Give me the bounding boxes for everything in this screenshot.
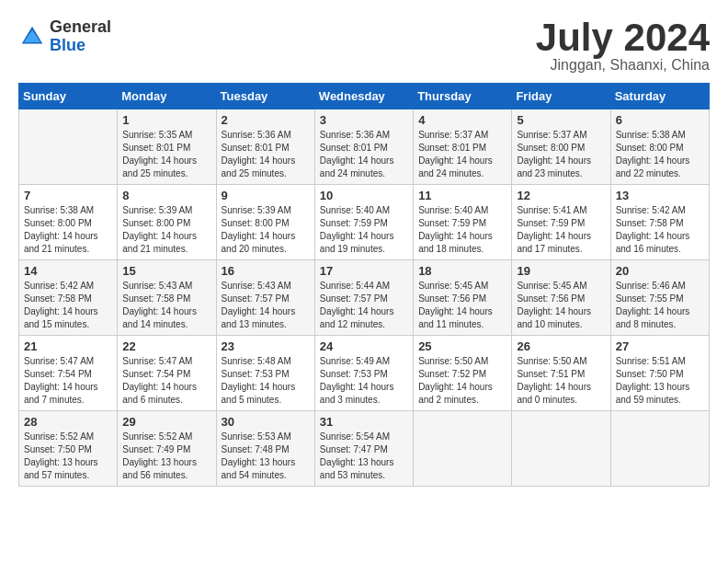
table-row: 20Sunrise: 5:46 AM Sunset: 7:55 PM Dayli… [610,260,709,336]
day-number: 4 [418,113,506,127]
day-info: Sunrise: 5:45 AM Sunset: 7:56 PM Dayligh… [517,280,605,331]
day-info: Sunrise: 5:36 AM Sunset: 8:01 PM Dayligh… [320,129,408,180]
day-info: Sunrise: 5:42 AM Sunset: 7:58 PM Dayligh… [24,280,112,331]
table-row: 10Sunrise: 5:40 AM Sunset: 7:59 PM Dayli… [314,185,413,260]
day-number: 6 [616,113,704,127]
month-title: July 2024 [536,18,710,57]
location: Jinggan, Shaanxi, China [536,57,710,74]
day-info: Sunrise: 5:38 AM Sunset: 8:00 PM Dayligh… [24,204,112,256]
day-header: Thursday [414,84,512,109]
day-number: 3 [320,113,408,127]
day-info: Sunrise: 5:36 AM Sunset: 8:01 PM Dayligh… [222,129,310,180]
day-number: 30 [222,415,310,429]
logo-blue: Blue [50,37,111,55]
table-row: 6Sunrise: 5:38 AM Sunset: 8:00 PM Daylig… [610,109,709,185]
day-info: Sunrise: 5:40 AM Sunset: 7:59 PM Dayligh… [418,204,506,256]
table-row: 24Sunrise: 5:49 AM Sunset: 7:53 PM Dayli… [314,336,413,411]
table-row: 22Sunrise: 5:47 AM Sunset: 7:54 PM Dayli… [118,336,216,411]
day-header: Sunday [19,84,118,109]
day-header: Saturday [610,84,709,109]
table-row: 21Sunrise: 5:47 AM Sunset: 7:54 PM Dayli… [19,336,118,411]
day-number: 29 [122,415,210,429]
day-number: 8 [122,189,210,202]
table-row: 4Sunrise: 5:37 AM Sunset: 8:01 PM Daylig… [414,109,512,185]
day-header: Friday [512,84,610,109]
day-info: Sunrise: 5:40 AM Sunset: 7:59 PM Dayligh… [320,204,408,256]
day-number: 12 [517,189,605,202]
day-number: 28 [24,415,112,429]
table-row: 7Sunrise: 5:38 AM Sunset: 8:00 PM Daylig… [19,185,118,260]
page-header: General Blue July 2024 Jinggan, Shaanxi,… [18,18,710,74]
table-row: 28Sunrise: 5:52 AM Sunset: 7:50 PM Dayli… [19,411,118,487]
day-info: Sunrise: 5:35 AM Sunset: 8:01 PM Dayligh… [122,129,210,180]
day-info: Sunrise: 5:39 AM Sunset: 8:00 PM Dayligh… [122,204,210,256]
day-info: Sunrise: 5:54 AM Sunset: 7:47 PM Dayligh… [320,431,408,482]
day-number: 10 [320,189,408,202]
day-info: Sunrise: 5:52 AM Sunset: 7:50 PM Dayligh… [24,431,112,482]
day-info: Sunrise: 5:50 AM Sunset: 7:52 PM Dayligh… [418,355,506,407]
title-section: July 2024 Jinggan, Shaanxi, China [536,18,710,74]
logo: General Blue [18,18,111,55]
day-info: Sunrise: 5:43 AM Sunset: 7:58 PM Dayligh… [122,280,210,331]
table-row: 23Sunrise: 5:48 AM Sunset: 7:53 PM Dayli… [216,336,314,411]
week-row: 14Sunrise: 5:42 AM Sunset: 7:58 PM Dayli… [19,260,710,336]
day-info: Sunrise: 5:50 AM Sunset: 7:51 PM Dayligh… [517,355,605,407]
table-row: 17Sunrise: 5:44 AM Sunset: 7:57 PM Dayli… [314,260,413,336]
day-number: 24 [320,339,408,353]
table-row: 29Sunrise: 5:52 AM Sunset: 7:49 PM Dayli… [118,411,216,487]
day-header: Monday [118,84,216,109]
table-row [414,411,512,487]
week-row: 28Sunrise: 5:52 AM Sunset: 7:50 PM Dayli… [19,411,710,487]
table-row: 18Sunrise: 5:45 AM Sunset: 7:56 PM Dayli… [414,260,512,336]
day-number: 25 [418,339,506,353]
day-info: Sunrise: 5:37 AM Sunset: 8:01 PM Dayligh… [418,129,506,180]
calendar-table: SundayMondayTuesdayWednesdayThursdayFrid… [18,83,710,487]
day-info: Sunrise: 5:41 AM Sunset: 7:59 PM Dayligh… [517,204,605,256]
week-row: 21Sunrise: 5:47 AM Sunset: 7:54 PM Dayli… [19,336,710,411]
table-row: 9Sunrise: 5:39 AM Sunset: 8:00 PM Daylig… [216,185,314,260]
table-row [19,109,118,185]
day-info: Sunrise: 5:37 AM Sunset: 8:00 PM Dayligh… [517,129,605,180]
day-info: Sunrise: 5:46 AM Sunset: 7:55 PM Dayligh… [616,280,704,331]
table-row: 27Sunrise: 5:51 AM Sunset: 7:50 PM Dayli… [610,336,709,411]
day-number: 13 [616,189,704,202]
day-number: 26 [517,339,605,353]
day-number: 1 [122,113,210,127]
day-info: Sunrise: 5:47 AM Sunset: 7:54 PM Dayligh… [24,355,112,407]
day-number: 2 [222,113,310,127]
week-row: 1Sunrise: 5:35 AM Sunset: 8:01 PM Daylig… [19,109,710,185]
day-header: Wednesday [314,84,413,109]
day-number: 14 [24,264,112,278]
day-info: Sunrise: 5:45 AM Sunset: 7:56 PM Dayligh… [418,280,506,331]
day-info: Sunrise: 5:47 AM Sunset: 7:54 PM Dayligh… [122,355,210,407]
day-number: 20 [616,264,704,278]
day-number: 16 [222,264,310,278]
table-row: 16Sunrise: 5:43 AM Sunset: 7:57 PM Dayli… [216,260,314,336]
table-row: 1Sunrise: 5:35 AM Sunset: 8:01 PM Daylig… [118,109,216,185]
table-row: 30Sunrise: 5:53 AM Sunset: 7:48 PM Dayli… [216,411,314,487]
table-row: 12Sunrise: 5:41 AM Sunset: 7:59 PM Dayli… [512,185,610,260]
day-info: Sunrise: 5:38 AM Sunset: 8:00 PM Dayligh… [616,129,704,180]
logo-text: General Blue [50,18,111,55]
day-number: 17 [320,264,408,278]
day-number: 19 [517,264,605,278]
logo-icon [18,23,46,51]
day-info: Sunrise: 5:51 AM Sunset: 7:50 PM Dayligh… [616,355,704,407]
table-row: 3Sunrise: 5:36 AM Sunset: 8:01 PM Daylig… [314,109,413,185]
table-row [610,411,709,487]
table-row: 19Sunrise: 5:45 AM Sunset: 7:56 PM Dayli… [512,260,610,336]
table-row: 25Sunrise: 5:50 AM Sunset: 7:52 PM Dayli… [414,336,512,411]
day-number: 21 [24,339,112,353]
day-number: 23 [222,339,310,353]
day-info: Sunrise: 5:49 AM Sunset: 7:53 PM Dayligh… [320,355,408,407]
day-info: Sunrise: 5:53 AM Sunset: 7:48 PM Dayligh… [222,431,310,482]
day-number: 18 [418,264,506,278]
day-number: 31 [320,415,408,429]
day-number: 9 [222,189,310,202]
day-number: 27 [616,339,704,353]
day-number: 7 [24,189,112,202]
day-info: Sunrise: 5:39 AM Sunset: 8:00 PM Dayligh… [222,204,310,256]
day-number: 15 [122,264,210,278]
day-header: Tuesday [216,84,314,109]
table-row [512,411,610,487]
